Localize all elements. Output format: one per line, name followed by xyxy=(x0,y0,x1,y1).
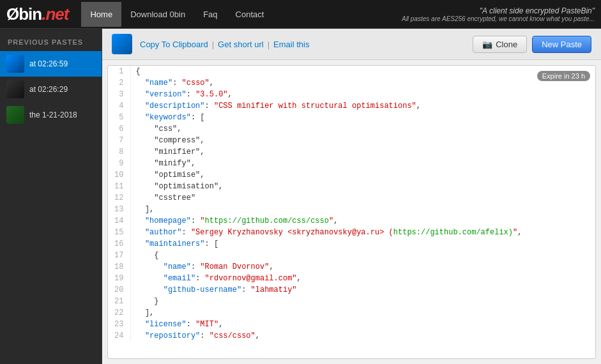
header-tagline: "A client side encrypted PasteBin" All p… xyxy=(402,6,595,22)
sep2: | xyxy=(268,40,270,49)
line-number: 8 xyxy=(108,146,130,158)
line-number: 21 xyxy=(108,296,130,307)
clone-button[interactable]: 📷 Clone xyxy=(473,36,527,53)
header: Øbin.net HomeDownload 0binFaqContact "A … xyxy=(0,0,601,29)
logo: Øbin.net xyxy=(6,4,68,24)
email-link[interactable]: Email this xyxy=(273,40,309,49)
sidebar-item-0[interactable]: at 02:26:59 xyxy=(0,51,102,77)
line-number: 7 xyxy=(108,135,130,146)
code-table: 1{2 "name": "csso",3 "version": "3.5.0",… xyxy=(108,66,595,342)
line-number: 2 xyxy=(108,77,130,89)
clone-label: Clone xyxy=(496,40,517,49)
table-row: 20 "github-username": "lahmatiy" xyxy=(108,284,595,296)
table-row: 16 "maintainers": [ xyxy=(108,238,595,250)
sidebar-thumb-2 xyxy=(6,106,24,124)
table-row: 24 "repository": "css/csso", xyxy=(108,330,595,342)
nav-item-download-0bin[interactable]: Download 0bin xyxy=(121,2,194,27)
line-number: 23 xyxy=(108,319,130,330)
line-number: 6 xyxy=(108,123,130,135)
tagline-line1: "A client side encrypted PasteBin" xyxy=(402,6,595,15)
line-code: "github-username": "lahmatiy" xyxy=(130,284,595,296)
line-number: 12 xyxy=(108,192,130,204)
line-code: "email": "rdvornov@gmail.com", xyxy=(130,273,595,284)
sidebar-title: PREVIOUS PASTES xyxy=(0,35,102,51)
nav-item-contact[interactable]: Contact xyxy=(227,2,273,27)
line-number: 18 xyxy=(108,261,130,273)
line-code: ], xyxy=(130,307,595,319)
line-code: "name": "Roman Dvornov", xyxy=(130,261,595,273)
sidebar-items: at 02:26:59at 02:26:29the 1-21-2018 xyxy=(0,51,102,128)
line-number: 15 xyxy=(108,227,130,238)
line-number: 17 xyxy=(108,250,130,261)
main-layout: PREVIOUS PASTES at 02:26:59at 02:26:29th… xyxy=(0,29,601,364)
sidebar-item-2[interactable]: the 1-21-2018 xyxy=(0,102,102,128)
sidebar-item-1[interactable]: at 02:26:29 xyxy=(0,77,102,102)
table-row: 7 "compress", xyxy=(108,135,595,146)
table-row: 12 "csstree" xyxy=(108,192,595,204)
table-row: 3 "version": "3.5.0", xyxy=(108,89,595,100)
line-code: "optimise", xyxy=(130,169,595,181)
line-code: "version": "3.5.0", xyxy=(130,89,595,100)
tagline-line2: All pastes are AES256 encrypted, we cann… xyxy=(402,15,595,22)
main-nav: HomeDownload 0binFaqContact xyxy=(81,2,273,27)
line-number: 13 xyxy=(108,204,130,215)
table-row: 4 "description": "CSS minifier with stru… xyxy=(108,100,595,112)
toolbar: Copy To Clipboard | Get short url | Emai… xyxy=(102,29,601,60)
line-code: "repository": "css/csso", xyxy=(130,330,595,342)
copy-clipboard-link[interactable]: Copy To Clipboard xyxy=(140,40,208,49)
line-number: 24 xyxy=(108,330,130,342)
content-area: Copy To Clipboard | Get short url | Emai… xyxy=(102,29,601,364)
sidebar-thumb-0 xyxy=(6,55,24,73)
toolbar-links: Copy To Clipboard | Get short url | Emai… xyxy=(140,40,309,49)
table-row: 11 "optimisation", xyxy=(108,181,595,192)
line-number: 3 xyxy=(108,89,130,100)
sidebar: PREVIOUS PASTES at 02:26:59at 02:26:29th… xyxy=(0,29,102,364)
sep1: | xyxy=(212,40,214,49)
line-code: "minify", xyxy=(130,158,595,169)
table-row: 14 "homepage": "https://github.com/css/c… xyxy=(108,215,595,227)
line-number: 19 xyxy=(108,273,130,284)
line-code: { xyxy=(130,66,595,77)
line-number: 1 xyxy=(108,66,130,77)
table-row: 6 "css", xyxy=(108,123,595,135)
table-row: 22 ], xyxy=(108,307,595,319)
line-code: "css", xyxy=(130,123,595,135)
table-row: 17 { xyxy=(108,250,595,261)
new-paste-button[interactable]: New Paste xyxy=(532,36,591,53)
toolbar-buttons: 📷 Clone New Paste xyxy=(473,36,591,53)
sidebar-item-label-1: at 02:26:29 xyxy=(29,85,68,94)
nav-item-home[interactable]: Home xyxy=(81,2,121,27)
line-number: 16 xyxy=(108,238,130,250)
line-number: 20 xyxy=(108,284,130,296)
table-row: 5 "keywords": [ xyxy=(108,112,595,123)
line-code: "name": "csso", xyxy=(130,77,595,89)
code-container: Expire in 23 h 1{2 "name": "csso",3 "ver… xyxy=(107,65,596,359)
line-code: "description": "CSS minifier with struct… xyxy=(130,100,595,112)
line-code: "optimisation", xyxy=(130,181,595,192)
line-number: 4 xyxy=(108,100,130,112)
table-row: 10 "optimise", xyxy=(108,169,595,181)
line-code: "compress", xyxy=(130,135,595,146)
table-row: 21 } xyxy=(108,296,595,307)
logo-dotnet: .net xyxy=(42,4,68,24)
table-row: 13 ], xyxy=(108,204,595,215)
line-number: 9 xyxy=(108,158,130,169)
line-code: "license": "MIT", xyxy=(130,319,595,330)
sidebar-item-label-2: the 1-21-2018 xyxy=(29,110,77,119)
line-code: "maintainers": [ xyxy=(130,238,595,250)
line-number: 14 xyxy=(108,215,130,227)
line-code: "homepage": "https://github.com/css/csso… xyxy=(130,215,595,227)
line-code: "author": "Sergey Kryzhanovsky <skryzhan… xyxy=(130,227,595,238)
line-number: 5 xyxy=(108,112,130,123)
table-row: 15 "author": "Sergey Kryzhanovsky <skryz… xyxy=(108,227,595,238)
table-row: 1{ xyxy=(108,66,595,77)
line-code: "csstree" xyxy=(130,192,595,204)
line-number: 11 xyxy=(108,181,130,192)
code-body: 1{2 "name": "csso",3 "version": "3.5.0",… xyxy=(108,66,595,342)
nav-item-faq[interactable]: Faq xyxy=(194,2,226,27)
line-code: "minifier", xyxy=(130,146,595,158)
logo-zero: Ø xyxy=(6,4,19,24)
short-url-link[interactable]: Get short url xyxy=(218,40,264,49)
table-row: 19 "email": "rdvornov@gmail.com", xyxy=(108,273,595,284)
table-row: 8 "minifier", xyxy=(108,146,595,158)
